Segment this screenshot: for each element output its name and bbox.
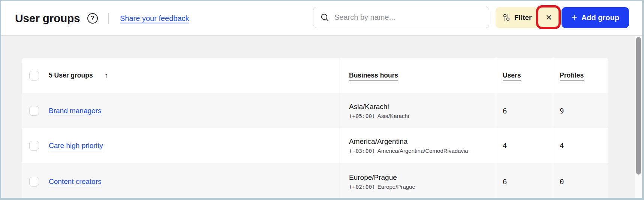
timezone-offset: (+02:00) bbox=[349, 184, 375, 190]
row-checkbox[interactable] bbox=[29, 106, 39, 116]
page-header: User groups ? Share your feedback bbox=[1, 1, 642, 36]
group-name-link[interactable]: Care high priority bbox=[49, 142, 103, 150]
profiles-count-cell: 0 bbox=[552, 163, 608, 200]
user-groups-table: 5 User groups ↑ Business hours Users Pro… bbox=[22, 58, 608, 200]
app-window: User groups ? Share your feedback bbox=[0, 0, 644, 200]
timezone-offset: (-03:00) bbox=[349, 148, 375, 154]
scrollbar-track[interactable] bbox=[635, 36, 642, 198]
table-count-label: 5 User groups bbox=[49, 72, 93, 79]
timezone-name: Europe/Prague bbox=[349, 173, 397, 182]
column-header-business-hours[interactable]: Business hours bbox=[349, 72, 398, 79]
content-area: 5 User groups ↑ Business hours Users Pro… bbox=[1, 36, 642, 198]
header-divider bbox=[108, 13, 109, 24]
timezone-name: America/Argentina bbox=[349, 137, 407, 146]
timezone-full: America/Argentina/ComodRivadavia bbox=[377, 148, 468, 154]
close-icon[interactable]: ✕ bbox=[538, 7, 559, 28]
select-all-checkbox[interactable] bbox=[29, 71, 39, 81]
business-hours-cell: Asia/Karachi (+05:00) Asia/Karachi bbox=[340, 93, 495, 128]
table-header-row: 5 User groups ↑ bbox=[22, 58, 340, 93]
business-hours-cell: Europe/Prague (+02:00) Europe/Prague bbox=[340, 163, 495, 200]
row-checkbox[interactable] bbox=[29, 141, 39, 151]
add-group-button[interactable]: + Add group bbox=[562, 7, 629, 28]
row-checkbox[interactable] bbox=[29, 177, 39, 187]
profiles-count-cell: 9 bbox=[552, 93, 608, 128]
page-title: User groups bbox=[15, 12, 80, 25]
plus-icon: + bbox=[571, 12, 577, 22]
table-row: Brand managers bbox=[22, 93, 340, 128]
column-header-profiles[interactable]: Profiles bbox=[560, 72, 584, 79]
group-name-link[interactable]: Content creators bbox=[49, 178, 101, 186]
arrow-up-icon[interactable]: ↑ bbox=[105, 72, 108, 80]
add-group-button-label: Add group bbox=[581, 13, 619, 22]
search-input[interactable] bbox=[334, 13, 483, 22]
column-header-users[interactable]: Users bbox=[503, 72, 521, 79]
business-hours-cell: America/Argentina (-03:00) America/Argen… bbox=[340, 128, 495, 163]
table-row: Care high priority bbox=[22, 128, 340, 163]
sliders-icon bbox=[502, 13, 511, 22]
profiles-count-cell: 4 bbox=[552, 128, 608, 163]
feedback-link[interactable]: Share your feedback bbox=[120, 14, 189, 22]
users-count-cell: 4 bbox=[495, 128, 552, 163]
filter-button[interactable]: Filter ✕ bbox=[496, 7, 559, 28]
group-name-link[interactable]: Brand managers bbox=[49, 107, 101, 115]
table-row: Content creators bbox=[22, 163, 340, 200]
timezone-name: Asia/Karachi bbox=[349, 103, 389, 111]
scrollbar-thumb[interactable] bbox=[636, 37, 641, 175]
timezone-full: Europe/Prague bbox=[377, 184, 415, 190]
timezone-offset: (+05:00) bbox=[349, 113, 375, 119]
users-count-cell: 6 bbox=[495, 93, 552, 128]
timezone-full: Asia/Karachi bbox=[377, 113, 409, 119]
filter-button-label: Filter bbox=[514, 13, 532, 22]
search-icon bbox=[320, 13, 330, 22]
search-box[interactable] bbox=[313, 7, 489, 28]
users-count-cell: 6 bbox=[495, 163, 552, 200]
help-icon[interactable]: ? bbox=[87, 13, 98, 24]
